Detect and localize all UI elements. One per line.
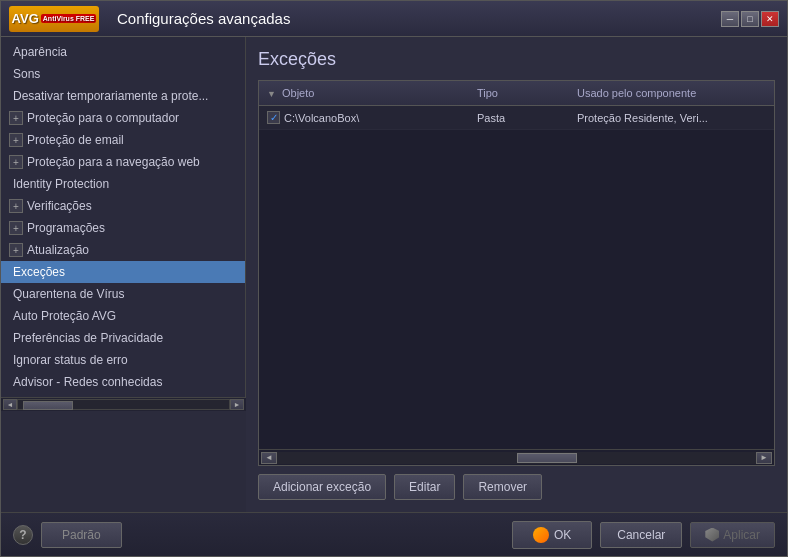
title-bar: AVG AntiVirus FREE Configurações avançad… — [1, 1, 787, 37]
expand-icon: + — [9, 243, 23, 257]
sidebar-scroll-track[interactable] — [17, 399, 230, 410]
ok-globe-icon — [533, 527, 549, 543]
content-area: Aparência Sons Desativar temporariamente… — [1, 37, 787, 512]
td-objeto: ✓ C:\VolcanoBox\ — [259, 109, 469, 126]
section-title: Exceções — [258, 49, 775, 70]
th-objeto[interactable]: ▼ Objeto — [259, 85, 469, 101]
sidebar-item-quarentena[interactable]: Quarentena de Vírus — [1, 283, 245, 305]
cancel-button[interactable]: Cancelar — [600, 522, 682, 548]
table-scroll-right-btn[interactable]: ► — [756, 452, 772, 464]
sidebar-item-excecoes[interactable]: Exceções — [1, 261, 245, 283]
sidebar-item-aparencia[interactable]: Aparência — [1, 41, 245, 63]
window-controls: ─ □ ✕ — [721, 11, 779, 27]
sidebar-item-protecao-navegacao[interactable]: + Proteção para a navegação web — [1, 151, 245, 173]
expand-icon: + — [9, 221, 23, 235]
sidebar: Aparência Sons Desativar temporariamente… — [1, 37, 246, 397]
table-scroll-track[interactable] — [277, 452, 756, 464]
sidebar-item-identity-protection[interactable]: Identity Protection — [1, 173, 245, 195]
sidebar-scroll-thumb — [23, 401, 73, 410]
left-panel: Aparência Sons Desativar temporariamente… — [1, 37, 246, 512]
td-da: 30 — [769, 110, 774, 126]
sort-arrow-icon: ▼ — [267, 89, 276, 99]
bottom-bar: ? Padrão OK Cancelar Aplicar — [1, 512, 787, 556]
default-button[interactable]: Padrão — [41, 522, 122, 548]
td-usado: Proteção Residente, Veri... — [569, 110, 769, 126]
window-title: Configurações avançadas — [117, 10, 290, 27]
close-button[interactable]: ✕ — [761, 11, 779, 27]
table-body: ✓ C:\VolcanoBox\ Pasta Proteção Resident… — [259, 106, 774, 449]
main-content: Exceções ▼ Objeto Tipo Usado pelo compon… — [246, 37, 787, 512]
sidebar-item-protecao-email[interactable]: + Proteção de email — [1, 129, 245, 151]
th-da[interactable]: Da — [769, 85, 775, 101]
sidebar-item-programacoes[interactable]: + Programações — [1, 217, 245, 239]
title-bar-left: AVG AntiVirus FREE Configurações avançad… — [9, 6, 290, 32]
table-scroll-left-btn[interactable]: ◄ — [261, 452, 277, 464]
bottom-right: OK Cancelar Aplicar — [512, 521, 775, 549]
table-scroll-thumb — [517, 453, 577, 463]
sidebar-item-advisor[interactable]: Advisor - Redes conhecidas — [1, 371, 245, 393]
th-tipo[interactable]: Tipo — [469, 85, 569, 101]
expand-icon: + — [9, 111, 23, 125]
sidebar-item-auto-protecao[interactable]: Auto Proteção AVG — [1, 305, 245, 327]
apply-button[interactable]: Aplicar — [690, 522, 775, 548]
table-row[interactable]: ✓ C:\VolcanoBox\ Pasta Proteção Resident… — [259, 106, 774, 130]
expand-icon: + — [9, 133, 23, 147]
table-header: ▼ Objeto Tipo Usado pelo componente Da — [259, 81, 774, 106]
th-usado[interactable]: Usado pelo componente — [569, 85, 769, 101]
sidebar-item-sons[interactable]: Sons — [1, 63, 245, 85]
td-tipo: Pasta — [469, 110, 569, 126]
expand-icon: + — [9, 155, 23, 169]
remove-button[interactable]: Remover — [463, 474, 542, 500]
ok-button[interactable]: OK — [512, 521, 592, 549]
sidebar-scroll-right-btn[interactable]: ► — [230, 399, 244, 410]
sidebar-item-protecao-computador[interactable]: + Proteção para o computador — [1, 107, 245, 129]
row-checkbox[interactable]: ✓ — [267, 111, 280, 124]
help-button[interactable]: ? — [13, 525, 33, 545]
sidebar-item-verificacoes[interactable]: + Verificações — [1, 195, 245, 217]
avg-logo: AVG AntiVirus FREE — [9, 6, 99, 32]
edit-button[interactable]: Editar — [394, 474, 455, 500]
exceptions-table: ▼ Objeto Tipo Usado pelo componente Da — [258, 80, 775, 466]
expand-icon: + — [9, 199, 23, 213]
table-scrollbar-area: ◄ ► — [259, 449, 774, 465]
avg-free-badge: AntiVirus FREE — [41, 14, 97, 23]
avg-logo-text: AVG — [12, 11, 39, 26]
minimize-button[interactable]: ─ — [721, 11, 739, 27]
bottom-left: ? Padrão — [13, 522, 122, 548]
sidebar-scroll-left-btn[interactable]: ◄ — [3, 399, 17, 410]
sidebar-item-desativar[interactable]: Desativar temporariamente a prote... — [1, 85, 245, 107]
sidebar-item-preferencias[interactable]: Preferências de Privacidade — [1, 327, 245, 349]
main-window: AVG AntiVirus FREE Configurações avançad… — [0, 0, 788, 557]
apply-shield-icon — [705, 528, 719, 542]
action-buttons: Adicionar exceção Editar Remover — [258, 474, 775, 500]
add-exception-button[interactable]: Adicionar exceção — [258, 474, 386, 500]
sidebar-item-ignorar-status[interactable]: Ignorar status de erro — [1, 349, 245, 371]
maximize-button[interactable]: □ — [741, 11, 759, 27]
sidebar-scrollbar: ◄ ► — [1, 397, 246, 411]
sidebar-item-atualizacao[interactable]: + Atualização — [1, 239, 245, 261]
